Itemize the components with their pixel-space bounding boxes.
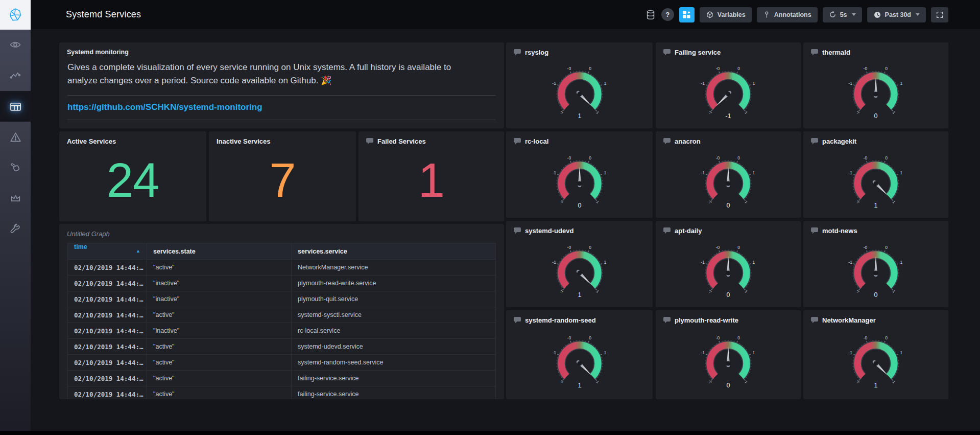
- table-row: 02/10/2019 14:44:…"active"systemd-random…: [68, 355, 496, 371]
- panel-gauge-anacron: anacron -1-1-0011 0: [656, 131, 801, 218]
- svg-text:0: 0: [737, 245, 740, 250]
- gauge-dial: -1-1-0011 1: [506, 58, 653, 128]
- wrench-icon: [9, 223, 21, 235]
- svg-text:1: 1: [604, 170, 606, 175]
- gauge-dial: -1-1-0011 0: [656, 236, 801, 307]
- app-logo[interactable]: [0, 0, 31, 30]
- gauge-value: 1: [874, 382, 878, 389]
- svg-text:-0: -0: [567, 66, 571, 71]
- add-cell-icon: [682, 10, 691, 19]
- sidebar-item-log-viewer[interactable]: [0, 152, 31, 183]
- gauge-dial: -1-1-0011 1: [803, 147, 948, 218]
- gauge: -1-1-0011 0: [545, 153, 614, 212]
- gauge-dial: -1-1-0011 0: [506, 147, 653, 218]
- svg-text:1: 1: [753, 350, 755, 355]
- gauge-value: 1: [874, 202, 878, 209]
- fullscreen-icon: [936, 11, 944, 19]
- panel-gauge-systemd-random-seed: systemd-random-seed -1-1-0011 1: [506, 310, 653, 399]
- gauge-value: 0: [578, 202, 581, 209]
- text-panel-body: Gives a complete visualization of every …: [59, 56, 487, 88]
- panel-gauge-systemd-udevd: systemd-udevd -1-1-0011 1: [506, 221, 653, 307]
- svg-text:-1: -1: [848, 170, 852, 175]
- gauge: -1-1-0011 -1: [694, 63, 763, 123]
- panel-title: thermald: [822, 49, 850, 56]
- svg-text:-0: -0: [567, 335, 571, 340]
- question-icon: ?: [665, 11, 670, 18]
- svg-text:0: 0: [589, 245, 591, 250]
- panel-gauge-apt-daily: apt-daily -1-1-0011 0: [656, 221, 801, 307]
- svg-text:-1: -1: [848, 350, 852, 355]
- column-header-time[interactable]: time ▲: [68, 243, 147, 260]
- svg-text:-1: -1: [701, 260, 705, 265]
- svg-text:0: 0: [885, 245, 888, 250]
- gauge-dial: -1-1-0011 1: [803, 326, 948, 399]
- stat-value: 7: [269, 153, 295, 208]
- refresh-interval-label: 5s: [840, 11, 847, 18]
- gauge-dial: -1-1-0011 0: [656, 326, 801, 399]
- help-button[interactable]: ?: [661, 8, 674, 21]
- svg-text:1: 1: [753, 81, 755, 86]
- gauge: -1-1-0011 0: [694, 333, 763, 392]
- panel-gauge-rsyslog: rsyslog -1-1-0011 1: [506, 42, 653, 128]
- comment-icon: [514, 227, 521, 234]
- caret-down-icon: [852, 13, 856, 16]
- column-header-service[interactable]: services.service: [292, 243, 496, 260]
- svg-text:1: 1: [604, 350, 606, 355]
- gauge: -1-1-0011 0: [694, 242, 763, 302]
- chronograf-logo: [8, 7, 23, 22]
- panel-title: plymouth-read-write: [675, 316, 738, 324]
- sidebar-item-configuration[interactable]: [0, 214, 31, 244]
- comment-icon: [663, 49, 671, 56]
- sidebar-item-admin[interactable]: [0, 183, 31, 214]
- panel-gauge-failing-service: Failing service -1-1-0011 -1: [656, 42, 801, 128]
- sidebar-item-alerting[interactable]: [0, 122, 31, 152]
- column-header-state[interactable]: services.state: [147, 243, 292, 260]
- add-cell-button[interactable]: [679, 7, 695, 22]
- gauge-dial: -1-1-0011 0: [803, 236, 948, 307]
- panel-systemd-monitoring: Systemd monitoring Gives a complete visu…: [59, 42, 504, 128]
- comment-icon: [811, 227, 818, 234]
- svg-text:-1: -1: [701, 81, 705, 86]
- time-range-button[interactable]: Past 30d: [867, 7, 926, 22]
- gauge-dial: -1-1-0011 0: [803, 58, 948, 128]
- svg-text:-1: -1: [552, 81, 556, 86]
- dashboards-grid-icon: [9, 100, 22, 113]
- svg-text:0: 0: [589, 155, 591, 161]
- comment-icon: [663, 227, 671, 234]
- sidebar-item-data-explorer[interactable]: [0, 60, 31, 91]
- database-icon[interactable]: [645, 9, 656, 20]
- svg-text:0: 0: [885, 66, 888, 71]
- panel-title: NetworkManager: [822, 316, 876, 324]
- panel-title: packagekit: [822, 138, 856, 145]
- refresh-interval-button[interactable]: 5s: [823, 7, 862, 22]
- svg-text:0: 0: [737, 66, 740, 71]
- annotations-button[interactable]: Annotations: [757, 7, 818, 22]
- panel-inactive-services: Inactive Services 7: [209, 131, 356, 221]
- svg-text:-0: -0: [864, 155, 868, 161]
- sidebar-item-status[interactable]: [0, 30, 31, 60]
- panel-title: rc-local: [525, 138, 548, 145]
- github-link[interactable]: https://github.com/SCHKN/systemd-monitor…: [67, 102, 496, 112]
- table-row: 02/10/2019 14:44:…"active"NetworkManager…: [68, 260, 496, 276]
- svg-text:-0: -0: [567, 245, 571, 250]
- gauge: -1-1-0011 1: [545, 63, 614, 123]
- sidebar-item-dashboards[interactable]: [0, 91, 31, 122]
- gauge-value: 1: [578, 382, 581, 389]
- gauge: -1-1-0011 0: [694, 153, 763, 212]
- panel-active-services: Active Services 24: [59, 131, 206, 221]
- fullscreen-button[interactable]: [931, 7, 948, 22]
- hand-icon: [9, 162, 21, 174]
- graph-pulse-icon: [9, 70, 21, 82]
- comment-icon: [811, 138, 818, 145]
- svg-text:-0: -0: [864, 335, 868, 340]
- divider: [67, 95, 496, 96]
- svg-text:-1: -1: [552, 350, 556, 355]
- svg-text:-0: -0: [567, 155, 571, 161]
- panel-gauge-plymouth-read-write: plymouth-read-write -1-1-0011 0: [656, 310, 801, 399]
- panel-title: Failing service: [675, 49, 721, 56]
- table-row: 02/10/2019 14:44:…"inactive"plymouth-rea…: [68, 276, 496, 291]
- table-row: 02/10/2019 14:44:…"inactive"rc-local.ser…: [68, 323, 496, 339]
- panel-gauge-thermald: thermald -1-1-0011 0: [803, 42, 948, 128]
- svg-text:-1: -1: [552, 260, 556, 265]
- variables-button[interactable]: Variables: [700, 7, 752, 22]
